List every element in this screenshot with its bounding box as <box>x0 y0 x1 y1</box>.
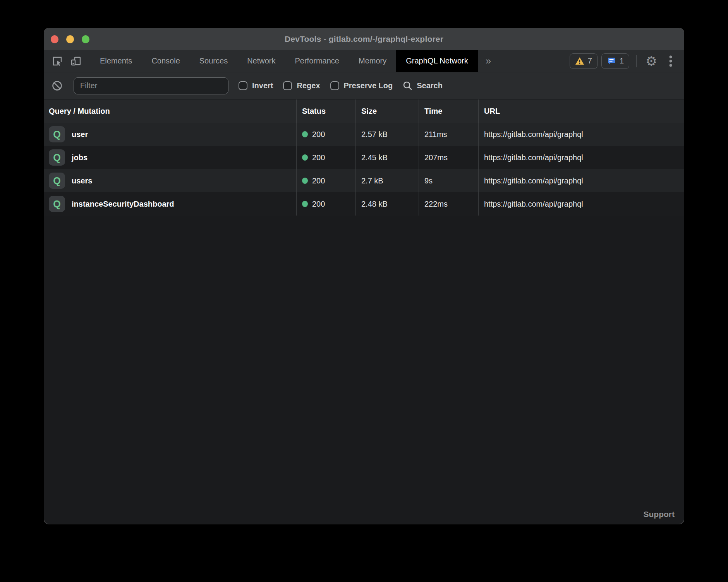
tab-graphql-network[interactable]: GraphQL Network <box>396 50 477 72</box>
status-ok-dot <box>302 131 308 137</box>
query-name-cell: Q user <box>44 123 297 146</box>
url-value: https://gitlab.com/api/graphql <box>484 130 583 139</box>
status-code: 200 <box>312 153 325 162</box>
url-value: https://gitlab.com/api/graphql <box>484 176 583 185</box>
size-value: 2.7 kB <box>361 176 383 185</box>
column-header-query-mutation[interactable]: Query / Mutation <box>44 99 297 123</box>
status-code: 200 <box>312 200 325 209</box>
menu-kebab-button[interactable] <box>663 53 678 69</box>
time-value: 211ms <box>424 130 447 139</box>
preserve-log-checkbox[interactable]: Preserve Log <box>330 81 393 90</box>
request-row[interactable]: Q jobs 200 2.45 kB 207ms https://gitlab.… <box>44 146 684 169</box>
search-button[interactable]: Search <box>403 81 443 91</box>
time-value: 222ms <box>424 200 448 209</box>
titlebar: DevTools - gitlab.com/-/graphql-explorer <box>44 28 684 50</box>
size-cell: 2.57 kB <box>356 123 419 146</box>
filter-input[interactable] <box>74 77 228 94</box>
query-name: jobs <box>72 153 88 162</box>
request-row[interactable]: Q user 200 2.57 kB 211ms https://gitlab.… <box>44 123 684 146</box>
url-value: https://gitlab.com/api/graphql <box>484 200 583 209</box>
time-cell: 207ms <box>419 146 479 169</box>
status-cell: 200 <box>297 146 356 169</box>
maximize-window-button[interactable] <box>82 35 89 43</box>
minimize-window-button[interactable] <box>66 35 74 43</box>
kebab-menu-icon <box>669 55 672 67</box>
panel-tabs: Elements Console Sources Network Perform… <box>90 50 478 72</box>
query-name: instanceSecurityDashboard <box>72 200 174 209</box>
query-type-badge: Q <box>49 173 65 189</box>
url-cell: https://gitlab.com/api/graphql <box>479 146 684 169</box>
query-type-badge: Q <box>49 126 65 142</box>
time-value: 207ms <box>424 153 448 162</box>
column-header-url[interactable]: URL <box>479 99 684 123</box>
device-toolbar-icon <box>70 55 82 67</box>
column-header-size[interactable]: Size <box>356 99 419 123</box>
tab-console[interactable]: Console <box>142 50 189 72</box>
status-cell: 200 <box>297 169 356 192</box>
query-type-badge: Q <box>49 149 65 166</box>
requests-table: Query / Mutation Status Size Time URL Q … <box>44 99 684 216</box>
time-value: 9s <box>424 176 433 185</box>
query-name-cell: Q instanceSecurityDashboard <box>44 192 297 216</box>
status-ok-dot <box>302 154 308 161</box>
more-tabs-button[interactable]: » <box>478 50 499 72</box>
issues-badge[interactable]: 1 <box>601 53 629 69</box>
devtools-window: DevTools - gitlab.com/-/graphql-explorer <box>44 28 684 524</box>
close-window-button[interactable] <box>51 35 58 43</box>
size-cell: 2.45 kB <box>356 146 419 169</box>
separator <box>87 55 87 67</box>
separator <box>636 55 637 67</box>
size-value: 2.57 kB <box>361 130 388 139</box>
column-header-time[interactable]: Time <box>419 99 479 123</box>
size-value: 2.45 kB <box>361 153 388 162</box>
status-ok-dot <box>302 201 308 207</box>
status-code: 200 <box>312 176 325 185</box>
size-cell: 2.7 kB <box>356 169 419 192</box>
settings-button[interactable]: ⚙ <box>644 53 659 69</box>
time-cell: 222ms <box>419 192 479 216</box>
url-cell: https://gitlab.com/api/graphql <box>479 123 684 146</box>
tab-memory[interactable]: Memory <box>349 50 396 72</box>
checkbox-box <box>283 81 292 90</box>
warnings-badge[interactable]: 7 <box>570 53 598 69</box>
status-cell: 200 <box>297 123 356 146</box>
search-icon <box>403 81 412 91</box>
tab-performance[interactable]: Performance <box>285 50 349 72</box>
tab-sources[interactable]: Sources <box>190 50 237 72</box>
request-row[interactable]: Q instanceSecurityDashboard 200 2.48 kB … <box>44 192 684 216</box>
size-value: 2.48 kB <box>361 200 388 209</box>
device-toolbar-button[interactable] <box>68 53 84 69</box>
window-title: DevTools - gitlab.com/-/graphql-explorer <box>285 34 443 44</box>
size-cell: 2.48 kB <box>356 192 419 216</box>
issue-count: 1 <box>620 56 624 65</box>
warning-triangle-icon <box>575 57 584 65</box>
inspect-element-button[interactable] <box>50 53 65 69</box>
inspect-cursor-icon <box>52 56 63 67</box>
checkbox-box <box>330 81 339 90</box>
query-name: user <box>72 130 88 139</box>
status-ok-dot <box>302 178 308 184</box>
url-value: https://gitlab.com/api/graphql <box>484 153 583 162</box>
checkbox-box <box>239 81 247 90</box>
url-cell: https://gitlab.com/api/graphql <box>479 169 684 192</box>
request-row[interactable]: Q users 200 2.7 kB 9s https://gitlab.com… <box>44 169 684 192</box>
devtools-tabbar: Elements Console Sources Network Perform… <box>44 50 684 72</box>
column-header-status[interactable]: Status <box>297 99 356 123</box>
tab-elements[interactable]: Elements <box>90 50 142 72</box>
support-link[interactable]: Support <box>644 510 675 519</box>
footer: Support <box>644 510 675 519</box>
regex-checkbox[interactable]: Regex <box>283 81 320 90</box>
tab-network[interactable]: Network <box>237 50 285 72</box>
clear-requests-button[interactable] <box>50 79 64 92</box>
invert-checkbox[interactable]: Invert <box>239 81 273 90</box>
traffic-lights <box>51 28 89 50</box>
table-header-row: Query / Mutation Status Size Time URL <box>44 99 684 123</box>
query-name: users <box>72 176 92 185</box>
query-type-badge: Q <box>49 196 65 212</box>
block-icon <box>52 80 62 91</box>
status-cell: 200 <box>297 192 356 216</box>
time-cell: 9s <box>419 169 479 192</box>
chevron-double-right-icon: » <box>486 55 491 67</box>
query-name-cell: Q jobs <box>44 146 297 169</box>
time-cell: 211ms <box>419 123 479 146</box>
